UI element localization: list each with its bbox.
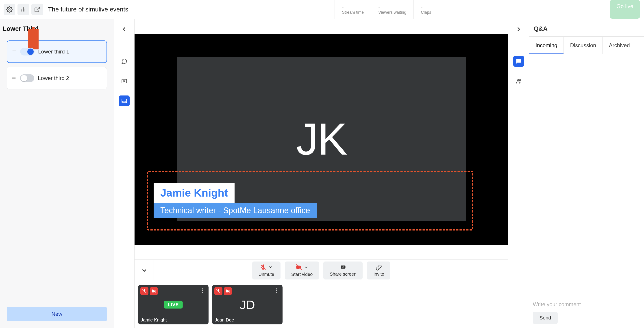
play-square-icon [121,78,127,84]
people-tool[interactable] [513,76,524,86]
stat-claps: - Claps [414,0,438,19]
qa-tab-discussion[interactable]: Discussion [564,37,602,54]
video-off-icon [151,289,156,294]
lower-third-list: Lower third 1 Lower third 2 [0,36,114,307]
qa-comment-input[interactable] [533,301,640,311]
mic-muted-icon [142,289,147,294]
stats-area: - Stream time - Viewers waiting - Claps … [163,0,644,19]
stat-value: - [378,4,406,10]
qa-tabs: Incoming Discussion Archived [529,36,644,54]
stat-value: - [421,4,431,10]
control-label: Unmute [258,272,274,277]
bar-chart-icon [20,6,26,13]
stat-stream-time: - Stream time [334,0,371,19]
qa-send-button[interactable]: Send [533,312,558,324]
av-controls-bar: Unmute Start video Share screen Invi [134,259,508,281]
gear-icon [6,6,12,13]
stat-value: - [342,4,364,10]
thumb-more-button[interactable] [199,287,206,294]
control-label: Start video [291,272,313,277]
stat-label: Claps [421,10,431,15]
drag-handle-icon[interactable] [12,75,16,81]
status-badges [140,287,158,295]
unmute-button[interactable]: Unmute [252,261,280,279]
thumbnails-toggle[interactable] [134,260,154,281]
svg-point-0 [9,9,10,10]
lower-third-toggle[interactable] [20,74,34,82]
stage-video: JK Jamie Knight Technical writer - SpotM… [134,34,508,245]
live-badge: LIVE [164,301,183,309]
chevron-left-icon [121,26,128,33]
control-label: Share screen [330,272,356,277]
collapse-left-panel-button[interactable] [121,26,128,34]
control-label: Invite [373,272,384,277]
stat-label: Stream time [342,10,364,15]
caption-box-icon [121,98,127,104]
qa-compose: Send [529,297,644,328]
participant-thumb[interactable]: JD Joan Doe [212,285,282,324]
go-live-button[interactable]: Go live [610,0,640,19]
lower-third-panel: Lower Third Lower third 1 Lower third 2 … [0,19,114,328]
speaker-initials: JK [296,113,346,165]
invite-button[interactable]: Invite [367,261,390,279]
share-screen-button[interactable]: Share screen [323,261,362,279]
video-off-icon [296,264,302,270]
svg-line-4 [37,7,40,10]
external-link-icon [34,6,40,13]
chevron-down-icon [140,267,148,274]
thumb-name: Jamie Knight [141,317,167,322]
lower-third-label: Lower third 1 [38,49,69,55]
participant-thumbnails: LIVE Jamie Knight JD Joan Doe [134,281,508,328]
chat-tool[interactable] [119,56,130,67]
lower-third-item[interactable]: Lower third 2 [7,67,107,89]
analytics-button[interactable] [18,4,29,15]
svg-point-34 [519,79,521,81]
svg-point-24 [202,290,204,291]
video-clip-tool[interactable] [119,76,130,86]
lower-third-item[interactable]: Lower third 1 [7,41,107,63]
qa-header: Q&A [529,19,644,36]
svg-rect-13 [123,101,125,102]
link-icon [376,264,382,271]
qa-tool[interactable] [513,56,524,67]
lower-third-tool[interactable] [119,95,130,106]
svg-point-33 [517,79,519,81]
people-icon [516,78,522,84]
qa-tab-archived[interactable]: Archived [602,37,636,54]
chevron-down-icon [268,265,273,269]
open-external-button[interactable] [32,4,43,15]
mic-muted-badge [140,287,148,295]
svg-marker-11 [124,80,125,82]
settings-button[interactable] [4,4,15,15]
stat-viewers: - Viewers waiting [371,0,414,19]
qa-tab-incoming[interactable]: Incoming [529,37,564,54]
new-lower-third-button[interactable]: New [7,307,107,321]
stage-column: JK Jamie Knight Technical writer - SpotM… [134,19,508,328]
drag-handle-icon[interactable] [12,49,16,55]
lower-third-panel-title: Lower Third [0,19,114,36]
svg-point-23 [202,288,204,290]
svg-rect-10 [122,79,126,83]
topbar: The future of simulive events - Stream t… [0,0,644,19]
chat-icon [121,58,127,65]
qa-body [529,54,644,297]
left-tool-rail [114,19,134,328]
main: Lower Third Lower third 1 Lower third 2 … [0,19,644,328]
lower-third-label: Lower third 2 [38,75,69,81]
mic-muted-icon [260,264,266,270]
thumb-name: Joan Doe [215,317,234,322]
start-video-button[interactable]: Start video [285,261,319,279]
qa-panel: Q&A Incoming Discussion Archived Send [529,19,644,328]
share-screen-icon [340,264,346,271]
qa-icon [516,58,522,65]
lower-third-toggle[interactable] [20,48,34,56]
stage: JK Jamie Knight Technical writer - SpotM… [134,19,508,259]
collapse-right-panel-button[interactable] [515,26,522,34]
topbar-left: The future of simulive events [0,4,132,15]
chevron-right-icon [515,26,522,33]
participant-thumb[interactable]: LIVE Jamie Knight [138,285,208,324]
chevron-down-icon [304,265,308,269]
page-title: The future of simulive events [48,6,128,13]
video-off-badge [150,287,158,295]
stat-label: Viewers waiting [378,10,406,15]
